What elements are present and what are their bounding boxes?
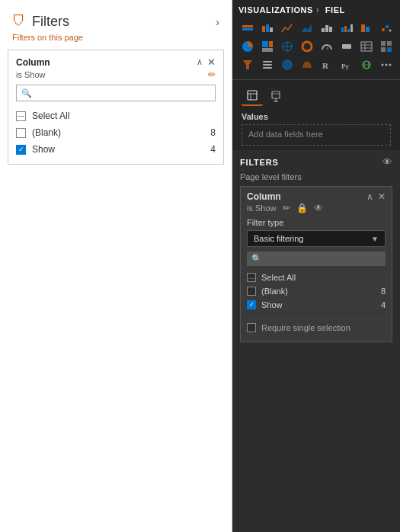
select-all-checkbox[interactable] xyxy=(16,111,26,121)
viz-icon-r-script[interactable]: R xyxy=(318,56,336,73)
svg-point-16 xyxy=(386,25,389,28)
dark-search-icon: 🔍 xyxy=(251,254,262,264)
filters-section-header: FILTERS 👁 xyxy=(240,156,392,168)
viz-icon-donut[interactable] xyxy=(298,38,316,55)
close-icon[interactable]: ✕ xyxy=(207,56,216,68)
filters-title-row: ⛉ Filters xyxy=(12,14,69,30)
page-level-label: Page level filters xyxy=(240,172,392,181)
show-label: Show xyxy=(32,144,204,155)
viz-icons-grid: R Py xyxy=(232,20,400,73)
svg-rect-33 xyxy=(381,47,386,52)
show-checkbox[interactable] xyxy=(16,145,26,155)
viz-icon-pie[interactable] xyxy=(238,38,257,55)
dark-search-box[interactable]: 🔍 xyxy=(247,252,386,266)
viz-chevron-icon[interactable]: › xyxy=(316,5,319,15)
viz-icon-globe[interactable] xyxy=(357,56,376,73)
filter-card-subtitle: is Show ✏ xyxy=(16,69,216,80)
viz-icon-ribbon[interactable] xyxy=(357,20,376,37)
collapse-icon[interactable]: ∧ xyxy=(197,57,203,67)
filters-section-title: FILTERS xyxy=(240,158,279,167)
filters-header: ⛉ Filters › xyxy=(0,8,232,33)
svg-rect-12 xyxy=(350,24,353,32)
require-single-checkbox[interactable] xyxy=(247,323,256,332)
viz-icon-python[interactable]: Py xyxy=(338,56,356,73)
viz-icon-card[interactable] xyxy=(338,38,356,55)
viz-icon-waterfall[interactable] xyxy=(338,20,356,37)
fields-icon-btn[interactable] xyxy=(242,86,263,106)
filter-card-header: Column ∧ ✕ xyxy=(16,56,216,68)
select-all-label: Select All xyxy=(32,111,216,121)
dark-header-controls: ∧ ✕ xyxy=(366,191,386,202)
filter-type-label: Filter type xyxy=(247,218,386,227)
viz-icon-gauge[interactable] xyxy=(318,38,336,55)
values-section: Values Add data fields here xyxy=(232,109,400,150)
dropdown-arrow-icon: ▼ xyxy=(371,235,379,243)
values-label: Values xyxy=(242,112,391,121)
dark-show-label: Show xyxy=(261,300,376,309)
svg-rect-14 xyxy=(366,27,370,32)
svg-rect-4 xyxy=(270,27,273,32)
dark-eraser-icon[interactable]: ✏ xyxy=(283,203,290,213)
viz-top-header: VISUALIZATIONS › FIEL xyxy=(232,0,400,20)
filter-item-show: Show 4 xyxy=(16,141,216,158)
dark-filters-section: FILTERS 👁 Page level filters Column ∧ ✕ … xyxy=(232,150,400,532)
viz-icon-shape-map[interactable] xyxy=(298,56,316,73)
svg-rect-11 xyxy=(347,29,350,32)
viz-icon-slicer[interactable] xyxy=(258,56,277,73)
left-filters-panel: ⛉ Filters › Filters on this page Column … xyxy=(0,0,232,532)
svg-marker-5 xyxy=(302,24,312,32)
svg-rect-26 xyxy=(342,44,351,49)
svg-rect-1 xyxy=(242,28,253,30)
dark-eye-icon[interactable]: 👁 xyxy=(314,203,323,213)
filter-type-select[interactable]: Basic filtering ▼ xyxy=(247,230,386,247)
viz-icon-line-chart[interactable] xyxy=(278,20,296,37)
viz-icon-map[interactable] xyxy=(278,38,296,55)
eye-icon[interactable]: 👁 xyxy=(382,156,392,168)
viz-icon-table[interactable] xyxy=(357,38,376,55)
dark-show-checkbox[interactable] xyxy=(247,300,256,309)
svg-marker-35 xyxy=(243,60,252,69)
viz-icon-more[interactable] xyxy=(377,56,395,73)
svg-rect-19 xyxy=(269,41,273,47)
viz-icon-scatter[interactable] xyxy=(377,20,395,37)
filter-card-is-show: is Show xyxy=(16,70,46,79)
svg-rect-32 xyxy=(387,41,392,46)
viz-icon-matrix[interactable] xyxy=(377,38,395,55)
viz-divider xyxy=(232,79,400,80)
dark-blank-checkbox[interactable] xyxy=(247,287,256,296)
dark-close-icon[interactable]: ✕ xyxy=(378,191,386,202)
viz-icon-bar-chart2[interactable] xyxy=(318,20,336,37)
dark-lock-icon[interactable]: 🔒 xyxy=(296,203,308,213)
dark-filter-title: Column xyxy=(247,191,281,202)
svg-text:Py: Py xyxy=(341,62,349,70)
viz-icon-treemap[interactable] xyxy=(258,38,277,55)
svg-point-48 xyxy=(389,64,392,66)
left-filter-card: Column ∧ ✕ is Show ✏ 🔍 Select All (Blank… xyxy=(8,50,224,165)
svg-rect-27 xyxy=(361,42,372,51)
dark-collapse-icon[interactable]: ∧ xyxy=(366,191,373,202)
require-single-row: Require single selection xyxy=(247,318,386,337)
dark-filter-item-select-all: Select All xyxy=(247,271,386,284)
values-placeholder: Add data fields here xyxy=(248,130,323,139)
svg-rect-0 xyxy=(242,25,253,27)
dark-search-input[interactable] xyxy=(265,255,381,264)
dark-select-all-checkbox[interactable] xyxy=(247,273,256,282)
viz-icon-area-chart[interactable] xyxy=(298,20,316,37)
svg-rect-20 xyxy=(262,48,273,52)
eraser-icon[interactable]: ✏ xyxy=(208,69,216,80)
viz-icon-filled-map[interactable] xyxy=(278,56,296,73)
viz-icon-funnel[interactable] xyxy=(238,56,257,73)
viz-icon-grouped-bar[interactable] xyxy=(258,20,277,37)
blank-checkbox[interactable] xyxy=(16,128,26,138)
chevron-right-icon[interactable]: › xyxy=(216,16,219,28)
format-paint-icon-btn[interactable] xyxy=(266,86,287,106)
values-drop-area[interactable]: Add data fields here xyxy=(242,124,391,146)
left-search-box[interactable]: 🔍 xyxy=(16,85,216,101)
format-icons-row xyxy=(232,83,400,109)
filter-type-value: Basic filtering xyxy=(254,234,303,243)
svg-rect-6 xyxy=(322,28,325,32)
viz-icon-stacked-bar[interactable] xyxy=(238,20,257,37)
svg-point-15 xyxy=(382,28,385,31)
filters-title: Filters xyxy=(32,14,69,30)
left-search-input[interactable] xyxy=(35,88,210,98)
